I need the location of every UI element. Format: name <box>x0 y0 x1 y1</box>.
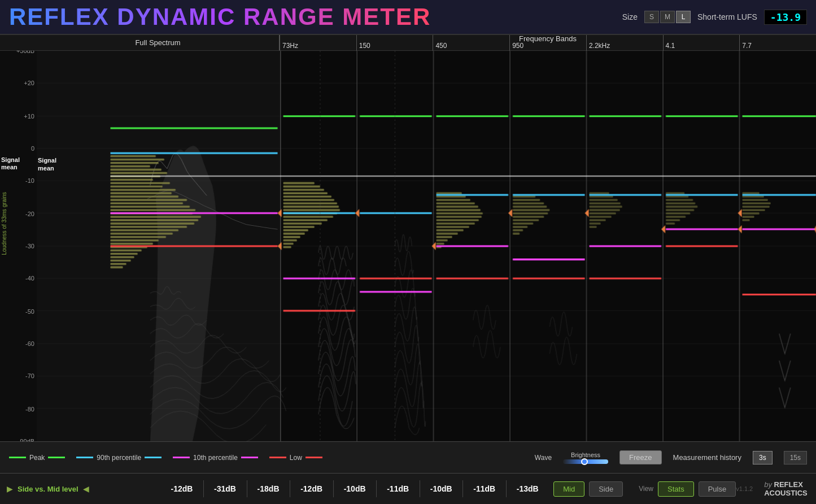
stats-view-button[interactable]: Stats <box>658 481 694 497</box>
brightness-thumb[interactable] <box>581 458 588 465</box>
band-label-73hz: 73Hz <box>282 42 298 50</box>
svg-rect-56 <box>283 182 315 185</box>
svg-rect-90 <box>437 239 448 242</box>
view-label: View <box>639 485 653 493</box>
svg-rect-39 <box>110 236 165 238</box>
svg-rect-113 <box>590 219 606 221</box>
band-label-77: 7.7 <box>742 42 752 50</box>
brightness-label: Brightness <box>571 452 600 458</box>
y-label-10: +10 <box>24 113 34 120</box>
svg-rect-95 <box>513 202 544 204</box>
svg-rect-18 <box>110 165 150 168</box>
svg-rect-134 <box>743 219 750 221</box>
svg-rect-35 <box>110 222 194 225</box>
svg-rect-98 <box>513 212 548 214</box>
svg-rect-31 <box>110 209 195 211</box>
svg-rect-72 <box>283 236 300 238</box>
svg-rect-76 <box>437 192 462 195</box>
10th-line-indicator <box>173 457 190 458</box>
stat-value-150: -18dB <box>251 484 285 493</box>
y-label-n50: -50 <box>25 308 34 315</box>
svg-rect-34 <box>110 219 198 221</box>
svg-rect-25 <box>110 189 175 191</box>
y-labels-container: +30dB +20 +10 0 -10 -20 -30 -40 -50 -60 … <box>0 51 37 441</box>
90th-label: 90th percentile <box>97 454 141 462</box>
svg-rect-122 <box>666 212 690 214</box>
y-label-0: 0 <box>31 145 34 152</box>
svg-rect-125 <box>666 222 675 225</box>
peak-label: Peak <box>29 454 45 462</box>
stat-value-450: -12dB <box>295 484 329 493</box>
90th-line-indicator-2 <box>145 457 162 458</box>
stat-value-73hz: -31dB <box>208 484 242 493</box>
low-line-indicator-2 <box>306 457 322 458</box>
svg-rect-41 <box>110 243 152 245</box>
10th-label: 10th percentile <box>193 454 238 462</box>
size-s-button[interactable]: S <box>644 11 659 23</box>
pulse-view-button[interactable]: Pulse <box>699 481 736 497</box>
svg-rect-37 <box>110 229 178 231</box>
y-axis: Loudness of 33ms grains +30dB +20 +10 0 … <box>0 51 37 441</box>
svg-rect-130 <box>743 205 770 208</box>
band-col-41: 4.1 <box>663 35 740 51</box>
legend-peak: Peak <box>9 454 65 462</box>
svg-rect-118 <box>666 199 693 201</box>
size-m-button[interactable]: M <box>660 11 675 23</box>
low-line-indicator <box>269 457 286 458</box>
svg-rect-82 <box>437 212 483 214</box>
y-label-20: +20 <box>24 80 34 86</box>
band-label-150: 150 <box>359 42 370 50</box>
svg-rect-70 <box>283 229 308 231</box>
svg-rect-86 <box>437 226 469 228</box>
svg-rect-129 <box>743 202 771 204</box>
svg-rect-17 <box>110 162 158 164</box>
version-label: v1.1.2 <box>736 485 753 492</box>
measurement-15s-button[interactable]: 15s <box>784 451 807 464</box>
branding-by: by <box>764 480 774 489</box>
branding: by REFLEX ACOUSTICS <box>764 480 809 497</box>
band-label-22k: 2.2kHz <box>589 42 610 50</box>
svg-rect-48 <box>110 266 123 269</box>
size-l-button[interactable]: L <box>676 11 691 23</box>
svg-rect-46 <box>110 260 130 262</box>
svg-rect-108 <box>590 202 621 204</box>
svg-rect-89 <box>437 236 452 238</box>
svg-rect-106 <box>590 196 613 198</box>
mid-button[interactable]: Mid <box>553 481 584 497</box>
wave-label: Wave <box>535 454 552 462</box>
legend-low: Low <box>269 454 322 462</box>
legend-bar: Peak 90th percentile 10th percentile Low… <box>0 441 816 473</box>
measurement-3s-button[interactable]: 3s <box>753 451 773 464</box>
band-label-450: 450 <box>435 42 447 50</box>
svg-rect-30 <box>110 205 190 208</box>
side-button[interactable]: Side <box>589 481 623 497</box>
svg-rect-93 <box>513 196 535 198</box>
peak-line-indicator-2 <box>48 457 65 458</box>
brightness-slider[interactable] <box>563 459 608 464</box>
svg-rect-36 <box>110 226 186 228</box>
stat-value-extra: -13dB <box>510 484 544 493</box>
svg-rect-99 <box>513 216 544 218</box>
freq-bands-header: Frequency Bands 73Hz 150 450 950 <box>280 35 816 50</box>
freeze-button[interactable]: Freeze <box>619 450 661 464</box>
band-col-150: 150 <box>356 35 433 51</box>
svg-rect-107 <box>590 199 618 201</box>
brightness-container: Brightness <box>563 452 608 464</box>
stat-value-41k: -10dB <box>424 484 458 493</box>
svg-rect-77 <box>437 196 466 198</box>
svg-rect-91 <box>437 243 444 245</box>
app-title: REFLEX DYNAMIC RANGE METER <box>9 3 431 30</box>
stat-divider-4 <box>333 480 334 497</box>
side-mid-arrow: ◀ <box>83 484 89 493</box>
measurement-history-label: Measurement history <box>673 453 741 462</box>
svg-rect-33 <box>110 216 201 218</box>
svg-rect-22 <box>110 179 152 181</box>
y-label-n60: -60 <box>25 340 34 347</box>
svg-rect-81 <box>437 209 481 211</box>
svg-rect-45 <box>110 256 134 258</box>
stat-divider-1 <box>203 480 204 497</box>
svg-rect-20 <box>110 172 167 174</box>
svg-rect-80 <box>437 205 478 208</box>
svg-rect-97 <box>513 209 549 211</box>
legend-90th: 90th percentile <box>76 454 162 462</box>
